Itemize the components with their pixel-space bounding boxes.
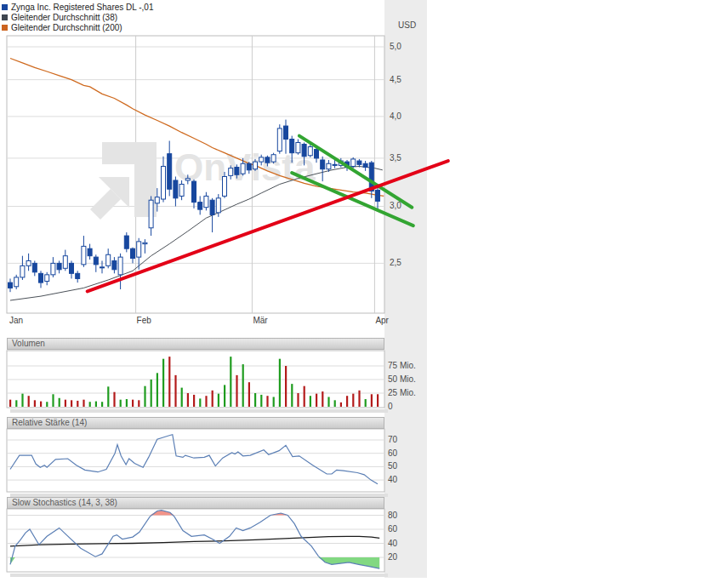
price-axis-tick-label: 5,0 <box>390 42 401 51</box>
candle-body <box>192 181 196 203</box>
candle-body <box>229 168 233 176</box>
candle-body <box>88 248 92 256</box>
volume-axis-tick-label: 50 Mio. <box>388 374 416 384</box>
panel-title: Relative Stärke (14) <box>12 418 87 427</box>
volume-bar <box>120 400 122 407</box>
candle-body <box>45 275 49 282</box>
candle-body <box>94 257 98 265</box>
rsi-plot-area <box>7 429 384 492</box>
volume-bar <box>327 397 329 407</box>
volume-bar <box>285 366 287 407</box>
volume-bar <box>34 400 36 407</box>
candle-body <box>100 267 105 268</box>
volume-bar <box>346 396 348 407</box>
candle-body <box>14 277 19 287</box>
rsi-axis-tick-label: 40 <box>388 475 397 484</box>
volume-bar <box>334 400 336 407</box>
volume-bar <box>365 399 367 407</box>
volume-bar <box>279 359 281 407</box>
candle-body <box>63 256 67 269</box>
candle-body <box>162 166 166 199</box>
legend-item: Zynga Inc. Registered Shares DL -,01 <box>2 2 154 12</box>
volume-bar <box>151 380 152 407</box>
candle-body <box>51 263 55 274</box>
x-axis-month-label: Mär <box>253 316 267 325</box>
candle-body <box>253 162 258 169</box>
candle-body <box>333 164 337 165</box>
volume-bar <box>132 400 134 407</box>
legend-item: Gleitender Durchschnitt (200) <box>2 22 154 32</box>
rsi-axis-tick-label: 60 <box>388 448 397 458</box>
price-axis-tick-label: 4,0 <box>390 111 401 121</box>
candle-body <box>155 197 159 203</box>
volume-bar <box>377 394 379 407</box>
candle-body <box>32 263 37 271</box>
volume-bar <box>107 386 109 407</box>
rsi-axis-tick-label: 50 <box>388 461 397 471</box>
candle-body <box>9 283 13 288</box>
candle-body <box>259 157 264 162</box>
panel-header-volume: Volumen <box>7 338 384 350</box>
volume-bar <box>212 391 213 407</box>
candle-body <box>118 257 122 275</box>
legend-color-marker <box>2 14 8 20</box>
volume-bar <box>230 357 231 407</box>
candle-body <box>70 263 74 273</box>
volume-bar <box>297 393 299 407</box>
stochastics-axis-tick-label: 20 <box>388 552 397 562</box>
legend-item: Gleitender Durchschnitt (38) <box>2 12 154 22</box>
chart-legend: Zynga Inc. Registered Shares DL -,01 Gle… <box>2 2 154 32</box>
candle-body <box>20 265 25 277</box>
candle-body <box>39 273 43 283</box>
volume-bar <box>352 394 354 407</box>
volume-bar <box>266 396 268 407</box>
volume-bar <box>9 400 11 407</box>
volume-bar <box>126 399 128 407</box>
stochastics-axis-tick-label: 60 <box>388 524 397 534</box>
volume-bar <box>65 400 66 407</box>
candle-body <box>137 242 141 257</box>
panel-title: Volumen <box>12 339 45 348</box>
volume-bar <box>138 400 139 407</box>
volume-bar <box>89 402 91 407</box>
candle-body <box>284 126 288 139</box>
x-axis-month-label: Apr <box>375 316 389 325</box>
volume-bar <box>52 394 54 407</box>
volume-bar <box>291 384 293 407</box>
volume-bar <box>316 394 317 407</box>
price-axis-tick-label: 3,5 <box>390 153 401 163</box>
volume-bar <box>248 382 250 407</box>
volume-bar <box>181 388 183 407</box>
candle-body <box>210 200 214 214</box>
volume-bar <box>340 402 342 407</box>
volume-bar <box>95 402 97 407</box>
x-axis-month-label: Jan <box>9 316 23 325</box>
volume-bar <box>28 396 30 407</box>
volume-bar <box>254 393 256 407</box>
legend-item-label: Zynga Inc. Registered Shares DL -,01 <box>11 3 154 12</box>
candle-body <box>124 236 128 248</box>
candle-body <box>179 185 184 197</box>
volume-bar <box>113 392 115 407</box>
chart-application: OnVista Zynga Inc. Registered Shares DL … <box>0 0 723 588</box>
candle-body <box>290 140 294 153</box>
volume-bar <box>21 394 23 407</box>
candle-body <box>57 263 61 269</box>
candle-body <box>351 159 356 167</box>
candle-body <box>76 273 80 278</box>
volume-bar <box>260 395 262 407</box>
volume-bar <box>71 400 72 407</box>
candle-body <box>321 160 325 169</box>
price-axis-tick-label: 4,5 <box>390 75 401 84</box>
stochastics-axis-tick-label: 40 <box>388 539 397 548</box>
candle-body <box>216 198 220 213</box>
volume-bar <box>358 391 360 407</box>
candle-body <box>149 200 153 228</box>
candle-body <box>235 168 239 175</box>
candle-body <box>174 180 178 198</box>
candle-body <box>223 176 227 196</box>
candle-body <box>315 150 319 158</box>
stochastics-axis-tick-label: 80 <box>388 511 397 520</box>
candle-body <box>302 144 306 156</box>
volume-axis-tick-label: 25 Mio. <box>388 388 416 397</box>
